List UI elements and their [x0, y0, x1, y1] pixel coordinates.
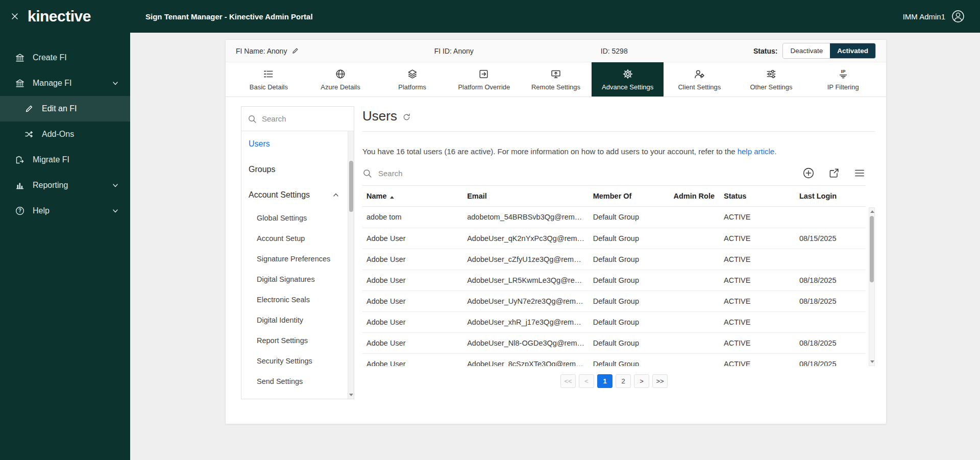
users-search-input[interactable]	[378, 169, 531, 178]
table-row[interactable]: Adobe User AdobeUser_UyN7e2re3Qg@remotes…	[362, 290, 866, 311]
avatar-icon[interactable]	[951, 10, 965, 23]
status-control: Status: Deactivate Activated	[753, 43, 876, 59]
table-row[interactable]: Adobe User AdobeUser_LR5KwmLe3Qg@remote.…	[362, 270, 866, 290]
chevron-down-icon	[112, 182, 119, 189]
globe-icon	[335, 68, 346, 80]
sidebar-item-label: Add-Ons	[42, 130, 74, 139]
settings-nav-groups[interactable]: Groups	[241, 157, 354, 182]
table-row[interactable]: Adobe User AdobeUser_cZfyU1ze3Qg@remotes…	[362, 249, 866, 270]
sidebar-item-label: Reporting	[33, 181, 68, 190]
cell-last-login	[795, 311, 866, 332]
fi-card: FI Name: Anony FI ID: Anony ID: 5298 Sta…	[225, 39, 887, 424]
scroll-down-arrow-icon[interactable]	[870, 360, 874, 363]
sidebar: kinective Create FI Manage FI	[0, 0, 130, 460]
tab-ip-filtering[interactable]: IP IP Filtering	[807, 62, 879, 96]
column-header-name[interactable]: Name	[362, 186, 463, 207]
fi-name: FI Name: Anony	[236, 47, 287, 55]
sidebar-nav: Create FI Manage FI Edit an FI	[0, 33, 130, 224]
table-row[interactable]: adobe tom adobetom_54BRBSvb3Qg@remotesig…	[362, 207, 866, 228]
edit-fi-name-icon[interactable]	[291, 47, 299, 55]
pagination-next[interactable]: >	[634, 374, 649, 388]
topbar: Sign Tenant Manager - Kinective Admin Po…	[130, 0, 980, 33]
settings-nav-digital-identity[interactable]: Digital Identity	[241, 310, 354, 330]
scroll-down-arrow-icon[interactable]	[349, 394, 353, 396]
cell-status: ACTIVE	[720, 332, 795, 353]
add-user-icon[interactable]	[802, 167, 815, 179]
sidebar-item-manage-fi[interactable]: Manage FI	[0, 70, 130, 96]
settings-nav-digital-signatures[interactable]: Digital Signatures	[241, 269, 354, 289]
cell-name: Adobe User	[362, 353, 463, 366]
tab-label: Remote Settings	[531, 83, 580, 91]
refresh-icon[interactable]	[402, 113, 411, 122]
column-header-admin-role[interactable]: Admin Role	[669, 186, 720, 207]
sidebar-item-add-ons[interactable]: Add-Ons	[0, 122, 130, 147]
pagination-last[interactable]: >>	[652, 374, 668, 388]
cell-name: Adobe User	[362, 270, 463, 290]
table-row[interactable]: Adobe User AdobeUser_xhR_j17e3Qg@remotes…	[362, 311, 866, 332]
activated-button[interactable]: Activated	[830, 43, 875, 58]
settings-nav-scrollbar[interactable]	[348, 131, 354, 399]
column-header-member-of[interactable]: Member Of	[589, 186, 670, 207]
sidebar-item-edit-an-fi[interactable]: Edit an FI	[0, 96, 130, 122]
export-icon[interactable]	[828, 167, 840, 179]
settings-nav-global-settings[interactable]: Global Settings	[241, 208, 354, 228]
cell-name: Adobe User	[362, 332, 463, 353]
scrollbar-thumb[interactable]	[870, 216, 874, 282]
tab-other-settings[interactable]: Other Settings	[736, 62, 807, 96]
settings-nav-send-settings[interactable]: Send Settings	[241, 371, 354, 392]
cell-member-of: Default Group	[589, 290, 670, 311]
sidebar-item-reporting[interactable]: Reporting	[0, 173, 130, 198]
svg-text:?: ?	[18, 208, 21, 213]
sidebar-item-help[interactable]: ? Help	[0, 198, 130, 224]
scrollbar-thumb[interactable]	[349, 161, 353, 212]
menu-icon[interactable]	[853, 167, 866, 179]
pagination-page-2[interactable]: 2	[616, 374, 631, 388]
table-scrollbar[interactable]	[869, 207, 875, 366]
settings-nav-security-settings[interactable]: Security Settings	[241, 351, 354, 371]
settings-nav-account-settings[interactable]: Account Settings	[241, 182, 354, 208]
settings-nav-label: Account Settings	[249, 190, 310, 200]
settings-nav-users[interactable]: Users	[241, 131, 354, 157]
sidebar-item-migrate-fi[interactable]: Migrate FI	[0, 147, 130, 173]
tab-advance-settings[interactable]: Advance Settings	[592, 62, 664, 96]
cell-member-of: Default Group	[589, 249, 670, 270]
addons-icon	[23, 129, 35, 139]
tab-client-settings[interactable]: Client Settings	[664, 62, 736, 96]
settings-search-input[interactable]	[262, 114, 328, 123]
user-menu[interactable]: IMM Admin1	[903, 10, 965, 23]
tab-basic-details[interactable]: Basic Details	[233, 62, 305, 96]
cell-status: ACTIVE	[720, 249, 795, 270]
cell-email: AdobeUser_Nl8-OGDe3Qg@remotesi...	[463, 332, 589, 353]
cell-email: AdobeUser_LR5KwmLe3Qg@remote...	[463, 270, 589, 290]
cell-member-of: Default Group	[589, 353, 670, 366]
column-header-status[interactable]: Status	[720, 186, 795, 207]
tab-label: Platform Override	[458, 83, 510, 91]
table-row[interactable]: Adobe User AdobeUser_8cSzpXTe3Qg@remotes…	[362, 353, 866, 366]
chevron-down-icon	[112, 80, 119, 87]
deactivate-button[interactable]: Deactivate	[783, 43, 830, 58]
close-icon[interactable]	[10, 12, 19, 21]
tab-platform-override[interactable]: Platform Override	[448, 62, 520, 96]
tab-bar: Basic Details Azure Details Platforms	[226, 62, 886, 97]
settings-nav-electronic-seals[interactable]: Electronic Seals	[241, 289, 354, 310]
scroll-up-arrow-icon[interactable]	[870, 210, 874, 213]
settings-nav-signature-preferences[interactable]: Signature Preferences	[241, 249, 354, 269]
users-title: Users	[362, 108, 397, 124]
help-article-link[interactable]: help article.	[738, 147, 777, 156]
summary-text: You have 16 total users (16 are active).…	[362, 147, 736, 156]
table-row[interactable]: Adobe User AdobeUser_qK2nYxPc3Qg@remotes…	[362, 228, 866, 249]
settings-nav-account-setup[interactable]: Account Setup	[241, 228, 354, 249]
tab-remote-settings[interactable]: Remote Settings	[520, 62, 592, 96]
column-header-last-login[interactable]: Last Login	[795, 186, 866, 207]
table-row[interactable]: Adobe User AdobeUser_Nl8-OGDe3Qg@remotes…	[362, 332, 866, 353]
pagination-prev[interactable]: <	[579, 374, 594, 388]
tab-platforms[interactable]: Platforms	[376, 62, 448, 96]
column-header-email[interactable]: Email	[463, 186, 589, 207]
sidebar-item-create-fi[interactable]: Create FI	[0, 45, 130, 70]
sidebar-item-label: Help	[33, 206, 50, 215]
pagination-first[interactable]: <<	[560, 374, 576, 388]
pagination-page-1[interactable]: 1	[597, 374, 612, 388]
settings-nav-report-settings[interactable]: Report Settings	[241, 330, 354, 351]
sidebar-item-label: Create FI	[33, 53, 67, 62]
tab-azure-details[interactable]: Azure Details	[305, 62, 377, 96]
